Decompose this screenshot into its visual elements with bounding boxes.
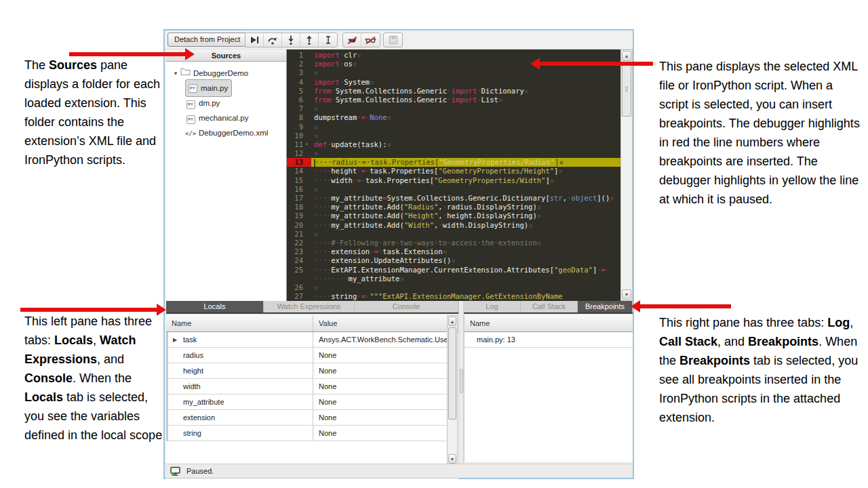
locals-row-extension[interactable]: extensionNone bbox=[166, 410, 448, 426]
line-number[interactable] bbox=[287, 274, 311, 283]
tree-item-main-py[interactable]: PYmain.py bbox=[166, 81, 286, 96]
save-icon[interactable] bbox=[384, 33, 402, 47]
line-number[interactable]: 27 bbox=[287, 292, 311, 301]
expander-icon[interactable]: ▶ bbox=[173, 332, 177, 347]
line-number[interactable]: 25 bbox=[287, 266, 311, 274]
line-number[interactable]: 14 bbox=[287, 167, 311, 176]
breakpoint-row[interactable]: main.py: 13 bbox=[465, 332, 633, 348]
line-number[interactable]: 17 bbox=[287, 194, 311, 203]
tree-item-mechanical-py[interactable]: PYmechanical.py bbox=[166, 110, 286, 125]
code-line[interactable]: 22····#·Following·are·two·ways·to·access… bbox=[287, 239, 620, 247]
scroll-thumb[interactable] bbox=[448, 327, 456, 420]
expander-icon[interactable]: ▾ bbox=[172, 66, 180, 81]
code-line[interactable]: 21¤ bbox=[287, 230, 620, 239]
line-number[interactable]: 3 bbox=[287, 68, 311, 77]
line-number[interactable]: 18 bbox=[287, 203, 311, 211]
tree-item-dm-py[interactable]: PYdm.py bbox=[166, 96, 286, 110]
code-line[interactable]: 26¤ bbox=[287, 283, 620, 292]
tab-watch-expressions[interactable]: Watch Expressions bbox=[264, 301, 355, 312]
line-number[interactable]: 23 bbox=[287, 247, 311, 256]
run-to-cursor-icon[interactable] bbox=[319, 33, 337, 47]
line-number[interactable]: 20 bbox=[287, 221, 311, 230]
scroll-up-button[interactable]: ▲ bbox=[622, 51, 631, 61]
tab-log[interactable]: Log bbox=[464, 301, 521, 312]
line-number[interactable]: 12 bbox=[287, 149, 311, 158]
code-line[interactable]: 8dumpstream·=·None¤ bbox=[287, 113, 620, 122]
code-line[interactable]: 4import·System¤ bbox=[287, 78, 620, 87]
remove-watch-icon[interactable] bbox=[343, 33, 361, 47]
code-line[interactable]: 11▾def·update(task):¤ bbox=[287, 140, 620, 149]
tab-breakpoints[interactable]: Breakpoints bbox=[578, 301, 633, 312]
locals-row-height[interactable]: heightNone bbox=[166, 363, 448, 379]
column-header-name[interactable]: Name bbox=[465, 315, 490, 331]
line-number[interactable]: 16 bbox=[287, 185, 311, 194]
tab-console[interactable]: Console bbox=[355, 301, 458, 312]
step-over-icon[interactable] bbox=[264, 33, 282, 47]
tree-item-debuggerdemo-xml[interactable]: </>DebuggerDemo.xml bbox=[166, 125, 286, 140]
code-line[interactable]: 9¤ bbox=[287, 123, 620, 131]
scroll-thumb[interactable] bbox=[622, 62, 631, 117]
locals-row-task[interactable]: ▶taskAnsys.ACT.WorkBench.Schematic.UserT bbox=[166, 332, 448, 348]
code-line[interactable]: 25····ExtAPI.ExtensionManager.CurrentExt… bbox=[287, 266, 620, 274]
code-line[interactable]: 27····string·=·"""ExtAPI.ExtensionManage… bbox=[287, 292, 620, 301]
line-number[interactable]: 5 bbox=[287, 87, 311, 96]
scroll-down-button[interactable]: ▼ bbox=[622, 289, 631, 300]
code-line[interactable]: 24····extension.UpdateAttributes()¤ bbox=[287, 256, 620, 265]
code-line[interactable]: 7¤ bbox=[287, 104, 620, 113]
code-line[interactable]: 19····my_attribute.Add("Height",·height.… bbox=[287, 211, 620, 220]
code-line[interactable]: 3¤ bbox=[287, 68, 620, 77]
scroll-down-button[interactable]: ▼ bbox=[448, 454, 456, 464]
code-line[interactable]: 12¤ bbox=[287, 149, 620, 158]
line-number[interactable]: 9 bbox=[287, 123, 311, 131]
line-number[interactable]: 8 bbox=[287, 113, 311, 122]
locals-row-my_attribute[interactable]: my_attributeNone bbox=[166, 394, 448, 410]
line-number[interactable]: 26 bbox=[287, 283, 311, 292]
code-line[interactable]: 6from·System.Collections.Generic·import·… bbox=[287, 96, 620, 104]
line-number[interactable]: 21 bbox=[287, 230, 311, 239]
tree-item-debuggerdemo[interactable]: ▾DebuggerDemo bbox=[166, 66, 286, 81]
splitter-grip[interactable] bbox=[460, 369, 463, 393]
locals-vertical-scrollbar[interactable]: ▲ ▼ bbox=[447, 315, 458, 465]
line-number[interactable]: 10 bbox=[287, 131, 311, 140]
tab-call-stack[interactable]: Call Stack bbox=[521, 301, 578, 312]
line-number[interactable]: 24 bbox=[287, 256, 311, 265]
scroll-up-button[interactable]: ▲ bbox=[448, 317, 456, 326]
editor-vertical-scrollbar[interactable]: ▲ ▼ bbox=[620, 49, 633, 301]
code-line-breakpoint[interactable]: 13····radius·=·task.Properties["Geometry… bbox=[287, 158, 620, 167]
step-out-icon[interactable] bbox=[300, 33, 319, 47]
line-number[interactable]: 7 bbox=[287, 104, 311, 113]
continue-icon[interactable] bbox=[245, 33, 264, 47]
code-line[interactable]: 20····my_attribute.Add("Width",·width.Di… bbox=[287, 221, 620, 230]
locals-row-radius[interactable]: radiusNone bbox=[166, 348, 448, 363]
line-number[interactable]: 15 bbox=[287, 176, 311, 185]
line-number[interactable]: 19 bbox=[287, 211, 311, 220]
line-number[interactable]: 22 bbox=[287, 239, 311, 247]
line-number[interactable]: 6 bbox=[287, 96, 311, 104]
line-number[interactable]: 4 bbox=[287, 78, 311, 87]
fold-icon[interactable]: ▾ bbox=[305, 140, 311, 149]
code-line[interactable]: 18····my_attribute.Add("Radius",·radius.… bbox=[287, 203, 620, 211]
tab-locals[interactable]: Locals bbox=[166, 301, 264, 312]
code-line[interactable]: ········my_attribute¤ bbox=[287, 274, 620, 283]
code-line[interactable]: 14····height·=·task.Properties["Geometry… bbox=[287, 167, 620, 176]
code-line[interactable]: 10¤ bbox=[287, 131, 620, 140]
column-header-name[interactable]: Name bbox=[166, 315, 313, 331]
line-number[interactable]: 11▾ bbox=[287, 140, 311, 149]
remove-all-watches-icon[interactable] bbox=[361, 33, 380, 47]
line-number[interactable]: 2 bbox=[287, 60, 311, 68]
code-line[interactable]: 16¤ bbox=[287, 185, 620, 194]
locals-row-width[interactable]: widthNone bbox=[166, 379, 448, 394]
bottom-panels-splitter[interactable] bbox=[458, 301, 464, 464]
detach-from-project-button[interactable]: Detach from Project bbox=[167, 33, 247, 47]
code-line[interactable]: 15····width·=·task.Properties["GeometryP… bbox=[287, 176, 620, 185]
step-into-icon[interactable] bbox=[282, 33, 300, 47]
locals-row-string[interactable]: stringNone bbox=[166, 426, 448, 441]
code-line[interactable]: 23····extension·=·task.Extension¤ bbox=[287, 247, 620, 256]
line-number[interactable]: 1 bbox=[287, 51, 311, 60]
code-line[interactable]: 17····my_attribute=System.Collections.Ge… bbox=[287, 194, 620, 203]
line-number[interactable]: 13 bbox=[287, 158, 311, 167]
code-line[interactable]: 1import·clr¤ bbox=[287, 51, 620, 60]
column-header-value[interactable]: Value bbox=[313, 315, 458, 331]
code-editor[interactable]: 1import·clr¤2import·os¤3¤4import·System¤… bbox=[287, 49, 633, 301]
code-line[interactable]: 5from·System.Collections.Generic·import·… bbox=[287, 87, 620, 96]
